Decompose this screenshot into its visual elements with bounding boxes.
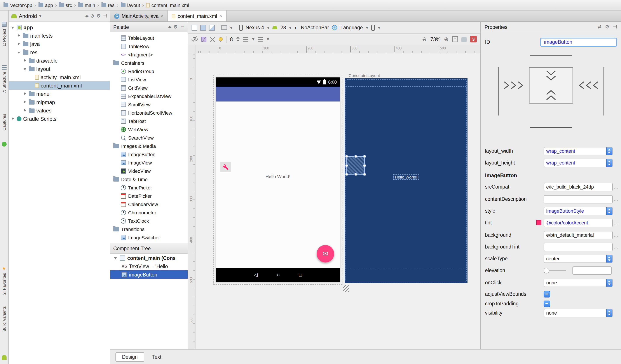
palette-item-imageswitcher[interactable]: ImageSwitcher xyxy=(110,233,188,242)
chevron-down-icon[interactable] xyxy=(11,25,15,29)
chevron-right-icon[interactable] xyxy=(17,34,21,38)
hide-panel-icon[interactable] xyxy=(613,24,617,29)
zoom-out-icon[interactable] xyxy=(422,36,427,42)
chevron-right-icon[interactable] xyxy=(17,42,21,46)
zoom-in-icon[interactable] xyxy=(444,36,449,42)
project-view-selector[interactable]: Android xyxy=(19,13,37,19)
collapse-panel-icon[interactable] xyxy=(103,14,107,18)
palette-item-tablerow[interactable]: TableRow xyxy=(110,42,188,50)
resize-handle[interactable] xyxy=(345,155,348,158)
palette-item-listview[interactable]: ListView xyxy=(110,75,188,84)
combo-stepper-icon[interactable] xyxy=(606,309,613,317)
component-item-imagebutton[interactable]: imageButton xyxy=(110,270,188,279)
design-mode-icon[interactable] xyxy=(191,25,197,30)
swap-panel-icon[interactable] xyxy=(598,24,602,29)
constraint-widget[interactable] xyxy=(488,50,614,137)
design-surface[interactable]: 6:00 Hello World! ConstraintLayout xyxy=(195,53,480,349)
chevron-right-icon[interactable] xyxy=(23,59,27,63)
palette-item-videoview[interactable]: VideoView xyxy=(110,167,188,175)
resize-handle[interactable] xyxy=(343,285,349,292)
collapse-panel-icon[interactable] xyxy=(180,24,185,29)
more-button[interactable]: ... xyxy=(614,232,619,238)
palette-item-fragment[interactable]: <fragment> xyxy=(110,50,188,59)
show-constraints-icon[interactable] xyxy=(191,37,198,41)
hello-world-text[interactable]: Hello World! xyxy=(216,174,340,179)
both-mode-icon[interactable] xyxy=(209,25,215,30)
infer-constraints-icon[interactable] xyxy=(219,37,223,41)
chevron-right-icon[interactable] xyxy=(23,92,27,96)
palette-item-calendarview[interactable]: CalendarView xyxy=(110,200,188,208)
breadcrumb-item-file[interactable]: content_main.xml xyxy=(146,2,189,8)
close-icon[interactable] xyxy=(219,14,222,18)
component-item-root[interactable]: content_main (Cons xyxy=(110,254,188,262)
breadcrumb-item-main[interactable]: main xyxy=(78,2,95,8)
resize-handle[interactable] xyxy=(345,173,348,176)
imagebutton-widget[interactable] xyxy=(220,162,231,172)
palette-item-gridview[interactable]: GridView xyxy=(110,84,188,92)
tab-text[interactable]: Text xyxy=(146,352,168,362)
tree-item-layout[interactable]: layout xyxy=(9,65,110,73)
device-selector[interactable]: Nexus 4 xyxy=(245,25,264,30)
background-field[interactable]: e/btn_default_material xyxy=(544,231,613,239)
srccompat-field[interactable]: e/ic_build_black_24dp xyxy=(544,183,613,191)
palette-view-icon[interactable] xyxy=(168,24,171,29)
api-selector[interactable]: 23 xyxy=(280,25,286,30)
palette-item-tabhost[interactable]: TabHost xyxy=(110,117,188,125)
tree-item-content-main[interactable]: content_main.xml xyxy=(9,81,110,90)
more-button[interactable]: ... xyxy=(614,220,619,225)
palette-item-tablelayout[interactable]: TableLayout xyxy=(110,34,188,42)
filter-icon[interactable] xyxy=(90,14,94,18)
selected-imagebutton[interactable] xyxy=(346,156,365,174)
theme-selector[interactable]: NoActionBar xyxy=(301,25,329,30)
breadcrumb-item-res[interactable]: res xyxy=(101,2,115,8)
palette-section-date-time[interactable]: Date & Time xyxy=(110,175,188,183)
constraint-anchor[interactable] xyxy=(345,164,348,167)
constraint-anchor[interactable] xyxy=(354,173,357,176)
resize-handle[interactable] xyxy=(363,173,366,176)
chevron-down-icon[interactable] xyxy=(23,67,27,71)
chevron-right-icon[interactable] xyxy=(23,100,27,104)
palette-item-datepicker[interactable]: DatePicker xyxy=(110,192,188,200)
tree-item-manifests[interactable]: manifests xyxy=(9,32,110,40)
palette-section-images-media[interactable]: Images & Media xyxy=(110,142,188,150)
favorites-star-icon[interactable] xyxy=(2,266,7,271)
autoconnect-icon[interactable] xyxy=(201,36,207,42)
id-field[interactable]: imageButton xyxy=(540,37,617,47)
chevron-right-icon[interactable] xyxy=(23,108,27,112)
palette-item-imageview[interactable]: ImageView xyxy=(110,158,188,167)
scaletype-combo[interactable]: center xyxy=(544,254,613,263)
rotate-device-icon[interactable] xyxy=(371,25,375,30)
tool-button-favorites[interactable]: 2: Favorites xyxy=(2,273,7,295)
component-item-textview[interactable]: TextView – "Hello xyxy=(110,262,188,270)
combo-stepper-icon[interactable] xyxy=(606,254,613,263)
chevron-down-icon[interactable] xyxy=(17,50,21,54)
language-selector[interactable]: Language xyxy=(341,25,363,30)
palette-item-chronometer[interactable]: Chronometer xyxy=(110,208,188,217)
palette-section-containers[interactable]: Containers xyxy=(110,59,188,67)
tree-item-res[interactable]: res xyxy=(9,48,110,56)
elevation-slider[interactable] xyxy=(544,270,566,271)
contentdescription-field[interactable] xyxy=(544,195,613,203)
design-view-device[interactable]: 6:00 Hello World! xyxy=(216,77,340,282)
tool-button-captures[interactable]: Captures xyxy=(2,114,7,131)
tab-mainactivity[interactable]: MainActivity.java xyxy=(110,11,168,21)
project-tool-icon[interactable] xyxy=(2,22,7,27)
combo-stepper-icon[interactable] xyxy=(606,278,613,287)
structure-tool-icon[interactable] xyxy=(2,65,7,69)
layout-height-combo[interactable]: wrap_content xyxy=(544,159,613,167)
captures-tool-icon[interactable] xyxy=(2,142,7,147)
close-icon[interactable] xyxy=(161,14,164,18)
tree-item-mipmap[interactable]: mipmap xyxy=(9,98,110,106)
style-combo[interactable]: imageButtonStyle xyxy=(544,207,613,215)
hello-world-text[interactable]: Hello World! xyxy=(393,174,419,180)
resize-handle[interactable] xyxy=(363,155,366,158)
onclick-combo[interactable]: none xyxy=(544,278,613,287)
palette-item-radiogroup[interactable]: RadioGroup xyxy=(110,67,188,75)
more-button[interactable]: ... xyxy=(614,244,619,249)
combo-stepper-icon[interactable] xyxy=(606,207,613,215)
color-swatch[interactable] xyxy=(536,220,541,225)
orientation-icon[interactable] xyxy=(221,25,227,30)
switch-view-icon[interactable] xyxy=(85,14,88,18)
elevation-field[interactable] xyxy=(572,266,612,275)
default-margin-value[interactable]: 8 xyxy=(230,36,233,42)
